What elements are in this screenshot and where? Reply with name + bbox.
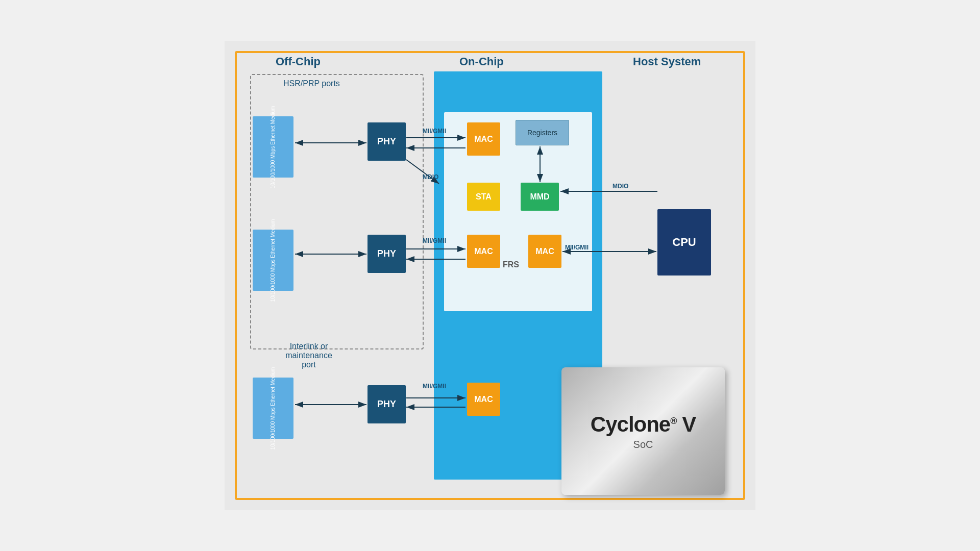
mii-gmii-label-1: MII/GMII [423,128,446,135]
hostsystem-label: Host System [633,55,701,68]
mac-block-2: MAC [467,235,500,268]
mii-gmii-label-2: MII/GMII [423,237,446,244]
phy-1-label: PHY [377,136,396,147]
mdio-label-cpu: MDIO [612,183,628,190]
eth-medium-3-label: 10/100/1000 Mbps Ethernet Medium [270,367,277,449]
frs-label: FRS [503,260,519,269]
mac-3-label: MAC [474,395,493,404]
phy-block-3: PHY [368,385,406,423]
offchip-label: Off-Chip [276,55,321,68]
eth-medium-2-label: 10/100/1000 Mbps Ethernet Medium [270,219,277,302]
mac-cpu-label: MAC [535,247,554,256]
eth-medium-2: 10/100/1000 Mbps Ethernet Medium [253,230,293,291]
mac-block-cpu: MAC [528,235,561,268]
cpu-label: CPU [672,236,696,249]
sta-block: STA [467,183,500,211]
phy-2-label: PHY [377,248,396,259]
mac-block-1: MAC [467,122,500,156]
cyclone-chip: Cyclone® V SoC [561,367,725,495]
phy-block-2: PHY [368,235,406,273]
mdio-label-1: MDIO [423,173,438,181]
cpu-block: CPU [657,209,711,276]
eth-medium-1: 10/100/1000 Mbps Ethernet Medium [253,116,293,178]
cyclone-brand: Cyclone® V [591,412,696,437]
hsr-prp-label: HSR/PRP ports [283,79,340,88]
mac-1-label: MAC [474,135,493,144]
eth-medium-3: 10/100/1000 Mbps Ethernet Medium [253,378,293,439]
phy-3-label: PHY [377,399,396,410]
interlink-label: Interlink ormaintenanceport [268,342,350,369]
mac-2-label: MAC [474,247,493,256]
mac-block-3: MAC [467,383,500,416]
onchip-label: On-Chip [459,55,504,68]
phy-block-1: PHY [368,122,406,161]
sta-label: STA [476,192,492,202]
registers-block: Registers [516,120,569,145]
mii-gmii-label-cpu: MII/GMII [565,244,589,251]
mii-gmii-label-3: MII/GMII [423,383,446,390]
diagram-container: Off-Chip On-Chip Host System HSR/PRP por… [225,41,755,510]
mmd-block: MMD [521,183,559,211]
mmd-label: MMD [530,192,549,202]
cyclone-soc: SoC [633,439,653,450]
registers-label: Registers [527,129,557,137]
cyclone-title: Cyclone® V [591,412,696,436]
eth-medium-1-label: 10/100/1000 Mbps Ethernet Medium [270,106,277,188]
